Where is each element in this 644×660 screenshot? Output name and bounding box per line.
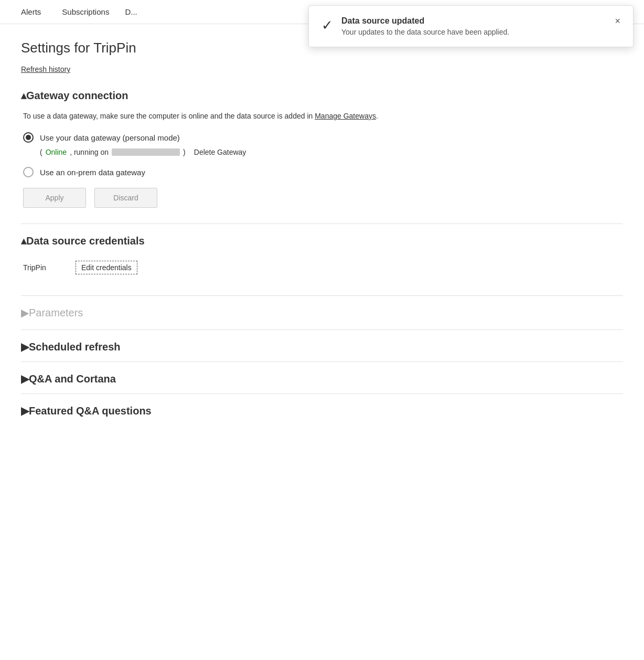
machine-name-redacted bbox=[112, 148, 180, 156]
qa-section-header[interactable]: ▶ Q&A and Cortana bbox=[21, 372, 623, 385]
apply-button[interactable]: Apply bbox=[23, 188, 86, 208]
toast-message: Your updates to the data source have bee… bbox=[341, 28, 615, 36]
qa-chevron-icon: ▶ bbox=[21, 372, 29, 385]
tab-subscriptions[interactable]: Subscriptions bbox=[51, 0, 120, 24]
toast-title: Data source updated bbox=[341, 16, 615, 26]
divider-4 bbox=[21, 361, 623, 362]
toast-close-button[interactable]: × bbox=[615, 16, 620, 26]
gateway-section-body: To use a data gateway, make sure the com… bbox=[21, 110, 623, 208]
open-paren: ( bbox=[40, 148, 42, 156]
radio-personal-mode-input[interactable] bbox=[23, 132, 34, 143]
parameters-chevron-icon: ▶ bbox=[21, 306, 29, 319]
toast-check-icon: ✓ bbox=[321, 17, 333, 34]
edit-credentials-link[interactable]: Edit credentials bbox=[76, 261, 137, 274]
scheduled-refresh-section-header[interactable]: ▶ Scheduled refresh bbox=[21, 340, 623, 353]
online-status-row: ( Online , running on ) Delete Gateway bbox=[40, 148, 623, 156]
delete-gateway-link[interactable]: Delete Gateway bbox=[194, 148, 246, 156]
online-status-text: Online bbox=[46, 148, 67, 156]
radio-onprem-mode-input[interactable] bbox=[23, 167, 34, 177]
gateway-button-row: Apply Discard bbox=[23, 188, 623, 208]
toast-content: Data source updated Your updates to the … bbox=[341, 16, 615, 36]
refresh-history-link[interactable]: Refresh history bbox=[21, 65, 70, 73]
main-content: Settings for TripPin Refresh history ▴ G… bbox=[0, 24, 644, 446]
toast-notification: ✓ Data source updated Your updates to th… bbox=[308, 5, 634, 47]
featured-qa-chevron-icon: ▶ bbox=[21, 404, 29, 417]
radio-onprem-mode-label: Use an on-prem data gateway bbox=[40, 168, 145, 177]
manage-gateways-link[interactable]: Manage Gateways bbox=[315, 112, 376, 120]
qa-section-title: Q&A and Cortana bbox=[29, 373, 116, 385]
running-on-text: , running on bbox=[70, 148, 109, 156]
credentials-section-body: TripPin Edit credentials bbox=[21, 256, 623, 280]
close-paren: ) bbox=[183, 148, 186, 156]
featured-qa-section-title: Featured Q&A questions bbox=[29, 405, 152, 417]
discard-button[interactable]: Discard bbox=[94, 188, 157, 208]
credentials-section: ▴ Data source credentials TripPin Edit c… bbox=[21, 235, 623, 280]
radio-personal-mode-label: Use your data gateway (personal mode) bbox=[40, 133, 180, 142]
radio-onprem-mode[interactable]: Use an on-prem data gateway bbox=[23, 167, 623, 177]
radio-personal-mode[interactable]: Use your data gateway (personal mode) bbox=[23, 132, 623, 143]
gateway-connection-section: ▴ Gateway connection To use a data gatew… bbox=[21, 89, 623, 208]
tab-alerts[interactable]: Alerts bbox=[10, 0, 51, 24]
featured-qa-section-header[interactable]: ▶ Featured Q&A questions bbox=[21, 404, 623, 417]
tab-more[interactable]: D... bbox=[120, 0, 142, 24]
gateway-section-title: Gateway connection bbox=[26, 90, 128, 102]
scheduled-refresh-chevron-icon: ▶ bbox=[21, 340, 29, 353]
gateway-chevron-icon: ▴ bbox=[21, 89, 26, 102]
divider-3 bbox=[21, 329, 623, 330]
parameters-section-title: Parameters bbox=[29, 307, 83, 319]
parameters-section-header[interactable]: ▶ Parameters bbox=[21, 306, 623, 319]
gateway-description: To use a data gateway, make sure the com… bbox=[23, 110, 495, 122]
divider-5 bbox=[21, 393, 623, 394]
gateway-section-header[interactable]: ▴ Gateway connection bbox=[21, 89, 623, 102]
credentials-section-header[interactable]: ▴ Data source credentials bbox=[21, 235, 623, 247]
scheduled-refresh-section-title: Scheduled refresh bbox=[29, 341, 121, 353]
divider-2 bbox=[21, 295, 623, 296]
divider-1 bbox=[21, 223, 623, 224]
credentials-item-label: TripPin bbox=[23, 263, 65, 272]
credentials-section-title: Data source credentials bbox=[26, 235, 145, 247]
credentials-row: TripPin Edit credentials bbox=[23, 256, 623, 280]
credentials-chevron-icon: ▴ bbox=[21, 235, 26, 247]
radio-group: Use your data gateway (personal mode) ( … bbox=[23, 132, 623, 177]
